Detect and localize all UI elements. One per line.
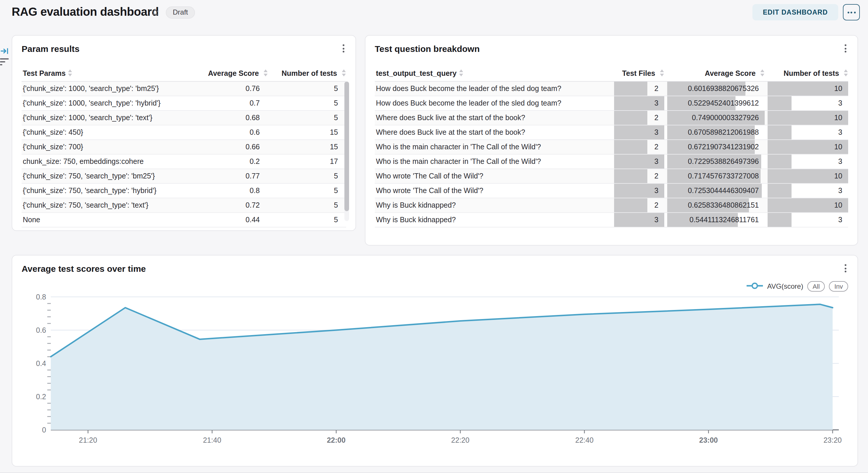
cell-value: 10 bbox=[834, 82, 842, 96]
column-header-number-of-tests[interactable]: Number of tests bbox=[268, 69, 346, 78]
cell-value: 10 bbox=[834, 111, 842, 125]
table-row: Why is Buck kidnapped?20.625833648086215… bbox=[375, 198, 848, 213]
number-of-tests-cell: 3 bbox=[768, 155, 848, 169]
test-files-cell: 2 bbox=[614, 111, 664, 125]
data-bar bbox=[768, 96, 792, 110]
average-score-cell: 0.68 bbox=[180, 114, 268, 122]
param-results-card: Param results Test Params Average Score bbox=[12, 35, 356, 231]
number-of-tests-cell: 5 bbox=[268, 201, 346, 209]
scrollbar-thumb[interactable] bbox=[344, 82, 349, 211]
cell-value: 0.6705898212061988 bbox=[688, 125, 759, 139]
svg-text:22:00: 22:00 bbox=[327, 436, 346, 444]
test-params-cell: {'chunk_size': 450} bbox=[22, 128, 180, 136]
scores-line-chart: 00.20.40.60.821:2021:4022:0022:2022:4023… bbox=[22, 288, 849, 460]
column-header-average-score[interactable]: Average Score bbox=[180, 69, 268, 78]
area-series bbox=[51, 304, 833, 430]
sort-icon bbox=[263, 69, 268, 78]
table-scrollbar bbox=[344, 81, 349, 221]
table-row: Who is the main character in 'The Call o… bbox=[375, 155, 848, 169]
svg-text:0.4: 0.4 bbox=[36, 359, 46, 367]
test-params-cell: {'chunk_size': 750, 'search_type': 'hybr… bbox=[22, 187, 180, 195]
table-row: How does Buck become the leader of the s… bbox=[375, 82, 848, 96]
data-bar bbox=[768, 125, 792, 139]
favorite-star-icon[interactable]: ☆ bbox=[151, 6, 160, 18]
query-cell: How does Buck become the leader of the s… bbox=[375, 85, 611, 93]
svg-text:23:20: 23:20 bbox=[823, 436, 842, 444]
number-of-tests-cell: 15 bbox=[268, 143, 346, 151]
expand-panel-icon[interactable] bbox=[1, 47, 9, 58]
sort-icon bbox=[660, 69, 664, 78]
test-params-cell: {'chunk_size': 1000, 'search_type': 'tex… bbox=[22, 114, 180, 122]
column-header-average-score[interactable]: Average Score bbox=[667, 69, 765, 78]
cell-value: 3 bbox=[838, 184, 842, 198]
test-files-cell: 2 bbox=[614, 140, 664, 154]
test-files-cell: 2 bbox=[614, 82, 664, 96]
query-cell: Where does Buck live at the start of the… bbox=[375, 128, 611, 136]
table-row: {'chunk_size': 700}0.6615 bbox=[22, 140, 346, 155]
number-of-tests-cell: 5 bbox=[268, 187, 346, 195]
number-of-tests-cell: 3 bbox=[768, 125, 848, 139]
cell-value: 2 bbox=[654, 198, 658, 212]
cell-value: 3 bbox=[654, 184, 658, 198]
cell-value: 0.6258336480862151 bbox=[688, 198, 759, 212]
query-cell: Who is the main character in 'The Call o… bbox=[375, 158, 611, 166]
table-row: {'chunk_size': 450}0.615 bbox=[22, 125, 346, 140]
number-of-tests-cell: 5 bbox=[268, 172, 346, 180]
average-score-cell: 0.749000003327926 bbox=[667, 111, 765, 125]
kebab-menu-icon[interactable] bbox=[339, 43, 348, 54]
number-of-tests-cell: 10 bbox=[768, 169, 848, 183]
cell-value: 3 bbox=[654, 213, 658, 227]
edit-dashboard-button[interactable]: EDIT DASHBOARD bbox=[752, 4, 838, 21]
test-files-cell: 3 bbox=[614, 125, 664, 139]
cell-value: 3 bbox=[838, 125, 842, 139]
filter-icon[interactable] bbox=[0, 58, 9, 66]
svg-text:0.8: 0.8 bbox=[36, 293, 46, 301]
cell-value: 0.5229452401399612 bbox=[688, 96, 759, 110]
average-score-cell: 0.6258336480862151 bbox=[667, 198, 765, 212]
test-files-cell: 3 bbox=[614, 96, 664, 110]
table-row: Why is Buck kidnapped?30.544111324681176… bbox=[375, 213, 848, 228]
number-of-tests-cell: 5 bbox=[268, 216, 346, 224]
average-score-cell: 0.7 bbox=[180, 99, 268, 107]
test-params-cell: chunk_size: 750, embeddings:cohere bbox=[22, 158, 180, 166]
svg-text:0.2: 0.2 bbox=[36, 393, 46, 401]
average-score-cell: 0.77 bbox=[180, 172, 268, 180]
kebab-menu-icon[interactable] bbox=[841, 263, 850, 274]
table-row: {'chunk_size': 750, 'search_type': 'bm25… bbox=[22, 169, 346, 184]
top-bar: RAG evaluation dashboard ☆ Draft EDIT DA… bbox=[0, 0, 868, 26]
number-of-tests-cell: 10 bbox=[768, 198, 848, 212]
question-breakdown-rows: How does Buck become the leader of the s… bbox=[375, 82, 848, 228]
column-header-test-files[interactable]: Test Files bbox=[614, 69, 664, 78]
table-header-row: Test Params Average Score Number of test… bbox=[22, 66, 346, 82]
average-score-cell: 0.7174576733727008 bbox=[667, 169, 765, 183]
kebab-menu-icon[interactable] bbox=[841, 43, 850, 54]
column-header-test-params[interactable]: Test Params bbox=[22, 69, 180, 78]
cell-value: 3 bbox=[838, 155, 842, 169]
table-row: Where does Buck live at the start of the… bbox=[375, 125, 848, 140]
test-files-cell: 3 bbox=[614, 155, 664, 169]
cell-value: 3 bbox=[838, 213, 842, 227]
table-row: {'chunk_size': 750, 'search_type': 'hybr… bbox=[22, 184, 346, 198]
param-results-rows: {'chunk_size': 1000, 'search_type': 'bm2… bbox=[22, 82, 346, 228]
number-of-tests-cell: 5 bbox=[268, 114, 346, 122]
average-score-cell: 0.5229452401399612 bbox=[667, 96, 765, 110]
number-of-tests-cell: 10 bbox=[768, 82, 848, 96]
cell-value: 3 bbox=[838, 96, 842, 110]
data-bar bbox=[768, 213, 792, 227]
svg-text:22:40: 22:40 bbox=[575, 436, 594, 444]
data-bar bbox=[768, 184, 792, 198]
card-title: Test question breakdown bbox=[375, 44, 480, 54]
average-score-cell: 0.2 bbox=[180, 158, 268, 166]
column-header-number-of-tests[interactable]: Number of tests bbox=[768, 69, 848, 78]
column-header-query[interactable]: test_output_test_query bbox=[375, 69, 611, 78]
sort-icon bbox=[760, 69, 765, 78]
svg-text:23:00: 23:00 bbox=[699, 436, 718, 444]
data-bar bbox=[614, 111, 648, 125]
average-score-cell: 0.7253044446309407 bbox=[667, 184, 765, 198]
table-row: None0.445 bbox=[22, 213, 346, 228]
more-options-button[interactable] bbox=[843, 4, 860, 21]
question-breakdown-table: test_output_test_query Test Files Averag… bbox=[375, 66, 848, 228]
number-of-tests-cell: 3 bbox=[768, 184, 848, 198]
test-params-cell: {'chunk_size': 1000, 'search_type': 'hyb… bbox=[22, 99, 180, 107]
query-cell: Who wrote 'The Call of the Wild'? bbox=[375, 187, 611, 195]
